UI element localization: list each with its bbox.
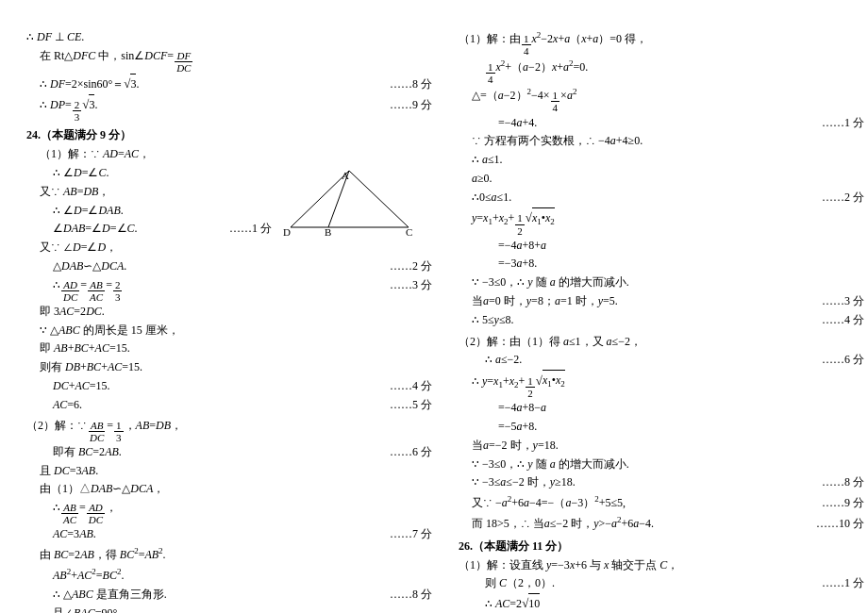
score-r-3: ……3 分 (812, 292, 864, 311)
frac-r2: 1 4 (486, 61, 495, 85)
text-ab-db: 又∵ AB=DB， (40, 183, 109, 202)
line-r14: ∴ 5≤y≤8. ……4 分 (459, 311, 864, 330)
line-r12: ∵ −3≤0，∴ y 随 a 的增大而减小. (459, 273, 864, 292)
score-9: ……9 分 (380, 96, 432, 115)
text-r5: ∵ 方程有两个实数根，∴ −4a+4≥0. (472, 132, 643, 151)
text-df-ce: ∴ DF ⊥ CE. (26, 28, 84, 47)
text-pyth: AB2+AC2=BC2. (53, 565, 124, 586)
text-r11: =−3a+8. (498, 255, 537, 273)
frac-r1: 1 4 (522, 33, 531, 57)
line-angle-d-dab: ∴ ∠D=∠DAB. (26, 202, 272, 221)
frac-ad-dc: AD DC (61, 279, 79, 303)
line-r9: y=x1+x2+ 1 2 √x1•x2 (459, 207, 864, 237)
text-r16: ∴ a≤−2. (485, 351, 522, 370)
text-dp-val: √3. (82, 94, 97, 115)
text-comma: ， (106, 499, 117, 518)
score-r-7: ……8 分 (812, 473, 864, 492)
score-r-9: ……9 分 (812, 494, 864, 513)
line-df-ce: ∴ DF ⊥ CE. (26, 28, 432, 47)
text-df-calc: ∴ DF=2×sin60°＝√3. (40, 74, 139, 94)
text-24-2-title: （2）解：∵ (26, 417, 87, 436)
line-r16: ∴ a≤−2. ……6 分 (459, 351, 864, 370)
line-abc-perimeter: ∵ △ABC 的周长是 15 厘米， (26, 322, 432, 340)
line-bc-24b3: 由 BC=2AB，得 BC2=AB2. (26, 544, 432, 565)
page: ∴ DF ⊥ CE. 在 Rt△DFC 中，sin∠DCF= DF DC ∴ D… (0, 0, 868, 613)
text-bc-24b3: 由 BC=2AB，得 BC2=AB2. (40, 544, 166, 565)
line-26-c: 则 C（2，0）. ……1 分 (459, 574, 864, 593)
text-r24: 而 18>5，∴ 当a≤−2 时，y>−a2+6a−4. (472, 513, 654, 534)
score-8: ……8 分 (380, 75, 432, 94)
frac-dp: 2 3 (73, 99, 82, 123)
frac-1-3: 1 3 (114, 420, 124, 443)
frac-r9: 1 2 (515, 212, 525, 236)
text-r22: ∵ −3≤a≤−2 时，y≥18. (472, 473, 576, 492)
triangle-svg: A D B C (272, 166, 427, 237)
line-r7: a≥0. (459, 170, 864, 189)
line-r11: =−3a+8. (459, 255, 864, 273)
sqrt-r9: √x1•x2 (526, 207, 555, 229)
text-r23: 又∵ −a2+6a−4=−（a−3）2+5≤5, (472, 492, 626, 513)
text-r15: （2）解：由（1）得 a≤1，又 a≤−2， (459, 333, 642, 352)
score-24-8: ……8 分 (380, 586, 432, 605)
text-r19: =−5a+8. (498, 418, 537, 437)
text-ratio2: ∴ (53, 499, 60, 518)
line-dab-d-c: ∠DAB=∠D=∠C. ……1 分 (26, 220, 272, 239)
text-angle-d2: 又∵ ∠D=∠D， (40, 239, 117, 257)
line-26-ac: ∴ AC=2√10 (459, 593, 864, 613)
text-r20: 当a=−2 时，y=18. (472, 437, 559, 456)
line-ratio-ad: ∴ AD DC = AB AC = 2 3 ……3 分 (26, 276, 432, 303)
text-r6: ∴ a≤1. (472, 151, 503, 170)
text-dab-sim-dca: △DAB∽△DCA. (53, 257, 126, 276)
text-r1b: x2−2x+a（x+a）=0 得， (532, 28, 648, 49)
svg-text:C: C (406, 226, 412, 237)
text-r8: ∴0≤a≤1. (472, 189, 511, 207)
text-ac-6: AC=6. (53, 396, 82, 415)
line-angle-d2: 又∵ ∠D=∠D， (26, 239, 272, 257)
line-dab-sim-dca: △DAB∽△DCA. ……2 分 (26, 257, 432, 276)
text-24-1-title: （1）解：∵ AD=AC， (40, 145, 150, 164)
frac-2-3: 2 3 (113, 279, 123, 303)
line-26-title: 26.（本题满分 11 分） (459, 538, 864, 556)
line-r23: 又∵ −a2+6a−4=−（a−3）2+5≤5, ……9 分 (459, 492, 864, 513)
text-26-1-title: （1）解：设直线 y=−3x+6 与 x 轴交于点 C， (459, 556, 678, 575)
text-bac-90: 且∠BAC=90° (53, 605, 117, 613)
text-abc-perimeter: ∵ △ABC 的周长是 15 厘米， (40, 322, 179, 340)
line-df-calc: ∴ DF=2×sin60°＝√3. ……8 分 (26, 74, 432, 94)
text-angle-d-dab: ∴ ∠D=∠DAB. (53, 202, 124, 221)
line-r2: 1 4 x2+（a−2）x+a2=0. (459, 57, 864, 85)
sqrt-r17: √x1•x2 (536, 370, 565, 391)
score-24-5: ……5 分 (380, 396, 432, 415)
line-r20: 当a=−2 时，y=18. (459, 437, 864, 456)
text-dc-ac: DC+AC=15. (53, 377, 110, 396)
line-r4: =−4a+4. ……1 分 (459, 114, 864, 133)
frac-r17: 1 2 (526, 375, 535, 399)
text-r3: △=（a−2）2−4× (472, 85, 550, 106)
line-r10: =−4a+8+a (459, 237, 864, 256)
line-r3: △=（a−2）2−4× 1 4 ×a2 (459, 85, 864, 113)
text-r18: =−4a+8−a (498, 399, 546, 418)
score-r-10: ……10 分 (807, 515, 864, 534)
score-24-3: ……3 分 (380, 276, 432, 295)
text-r9: y=x1+x2+ (472, 209, 514, 229)
line-db-bc-ac: 则有 DB+BC+AC=15. (26, 358, 432, 377)
score-24-7: ……7 分 (380, 525, 432, 544)
text-dab-d-c: ∠DAB=∠D=∠C. (53, 220, 138, 239)
line-r1: （1）解：由 1 4 x2−2x+a（x+a）=0 得， (459, 28, 864, 57)
line-rt-dfc: 在 Rt△DFC 中，sin∠DCF= DF DC (26, 47, 432, 74)
line-r5: ∵ 方程有两个实数根，∴ −4a+4≥0. (459, 132, 864, 151)
score-24-4: ……4 分 (380, 377, 432, 396)
text-r2: x2+（a−2）x+a2=0. (496, 57, 589, 77)
text-right-tri: ∴ △ABC 是直角三角形. (53, 586, 167, 605)
text-rt-dfc: 在 Rt△DFC 中，sin∠DCF= (40, 47, 174, 66)
frac-ab-ac: AB AC (88, 279, 105, 303)
line-r15: （2）解：由（1）得 a≤1，又 a≤−2， (459, 333, 864, 352)
text-26-c: 则 C（2，0）. (485, 574, 555, 593)
svg-text:B: B (325, 226, 331, 237)
line-by-1: 由（1）△DAB∽△DCA， (26, 480, 432, 499)
text-ac-34b2: AC=3AB. (53, 525, 96, 544)
frac-r3: 1 4 (551, 90, 560, 113)
text-r17: ∴ y=x1+x2+ (472, 373, 525, 392)
text-ratio-ad: ∴ (53, 276, 60, 295)
line-r24: 而 18>5，∴ 当a≤−2 时，y>−a2+6a−4. ……10 分 (459, 513, 864, 534)
score-r-2: ……2 分 (812, 189, 864, 207)
